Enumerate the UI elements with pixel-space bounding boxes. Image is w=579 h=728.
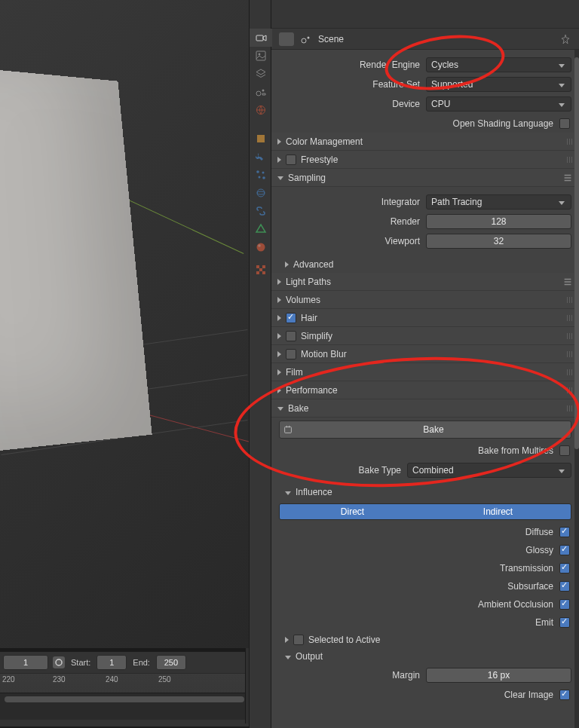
viewport-samples-field[interactable]: 32 [426, 234, 571, 249]
panel-performance[interactable]: Performance [271, 381, 579, 399]
svg-rect-19 [262, 265, 265, 268]
keyframe-icon[interactable] [53, 656, 65, 668]
mesh-data-tab[interactable] [250, 220, 272, 238]
timeline-ruler[interactable]: 220 230 240 250 [0, 673, 249, 693]
ao-checkbox[interactable] [559, 599, 570, 610]
subpanel-output[interactable]: Output [271, 648, 579, 665]
influence-direct-indirect[interactable]: Direct Indirect [279, 503, 571, 520]
world-tab[interactable] [250, 101, 272, 119]
timeline-tick: 240 [106, 675, 118, 684]
scene-tab[interactable] [250, 83, 272, 101]
end-frame-field[interactable]: 250 [156, 655, 186, 670]
motion-blur-checkbox[interactable] [286, 349, 296, 359]
pin-icon[interactable] [559, 33, 571, 45]
panel-hair[interactable]: Hair [271, 309, 579, 327]
vertical-scrollbar[interactable] [574, 50, 579, 728]
list-options-icon[interactable] [562, 277, 573, 287]
panel-freestyle[interactable]: Freestyle [271, 151, 579, 169]
bake-button[interactable]: Bake [279, 421, 571, 439]
subsurface-checkbox[interactable] [559, 581, 570, 592]
margin-field[interactable]: 16 px [426, 668, 571, 683]
integrator-label: Integrator [279, 197, 426, 207]
panel-motion-blur[interactable]: Motion Blur [271, 345, 579, 363]
emit-checkbox[interactable] [559, 617, 570, 628]
viewport-3d[interactable] [0, 0, 249, 648]
bake-button-label: Bake [296, 424, 571, 435]
view-layer-tab[interactable] [250, 65, 272, 83]
bake-multires-label: Bake from Multires [478, 445, 553, 456]
render-samples-field[interactable]: 128 [426, 214, 571, 229]
cube-mesh[interactable] [0, 66, 152, 454]
integrator-select[interactable]: Path Tracing [426, 194, 571, 210]
subpanel-advanced[interactable]: Advanced [271, 256, 579, 273]
ao-label: Ambient Occlusion [478, 599, 553, 610]
subpanel-influence[interactable]: Influence [271, 484, 579, 500]
panel-film[interactable]: Film [271, 363, 579, 381]
panel-sampling[interactable]: Sampling [271, 169, 579, 187]
properties-content: Scene Render Engine Cycles Feature Set S… [271, 0, 579, 728]
feature-set-label: Feature Set [279, 79, 426, 90]
panel-volumes[interactable]: Volumes [271, 291, 579, 309]
glossy-checkbox[interactable] [559, 545, 570, 555]
diffuse-checkbox[interactable] [559, 527, 570, 537]
hair-checkbox[interactable] [286, 313, 296, 323]
svg-point-0 [56, 659, 62, 665]
svg-rect-21 [256, 271, 259, 274]
diffuse-label: Diffuse [525, 527, 553, 537]
bake-multires-checkbox[interactable] [559, 445, 570, 456]
particles-tab[interactable] [250, 166, 272, 184]
list-options-icon[interactable] [562, 173, 573, 183]
svg-rect-8 [257, 135, 265, 142]
svg-point-11 [259, 176, 261, 179]
panel-light-paths[interactable]: Light Paths [271, 273, 579, 291]
timeline-scrollbar[interactable] [5, 696, 244, 702]
transmission-checkbox[interactable] [559, 563, 570, 574]
panel-color-management[interactable]: Color Management [271, 133, 579, 151]
svg-point-5 [256, 91, 261, 96]
bake-type-select[interactable]: Combined [407, 463, 571, 478]
viewport-samples-label: Viewport [279, 236, 426, 246]
subpanel-selected-to-active[interactable]: Selected to Active [271, 632, 579, 648]
properties-body: Render Engine Cycles Feature Set Support… [271, 50, 579, 728]
svg-rect-20 [259, 268, 262, 271]
timeline-track[interactable] [0, 693, 249, 720]
start-label: Start: [69, 658, 92, 667]
influence-indirect[interactable]: Indirect [425, 504, 571, 519]
properties-panel: Scene Render Engine Cycles Feature Set S… [249, 0, 579, 728]
svg-point-23 [302, 38, 306, 43]
header-strip [271, 0, 579, 29]
object-tab[interactable] [250, 130, 272, 148]
timeline-tick: 220 [2, 675, 15, 684]
render-tab[interactable] [250, 29, 272, 47]
physics-tab[interactable] [250, 184, 272, 202]
device-select[interactable]: CPU [426, 96, 571, 112]
data-path-dropdown[interactable] [279, 32, 294, 46]
clear-image-checkbox[interactable] [559, 690, 570, 700]
osl-checkbox[interactable] [559, 118, 570, 129]
texture-tab[interactable] [250, 261, 272, 279]
panel-bake[interactable]: Bake [271, 399, 579, 418]
svg-point-13 [257, 189, 265, 197]
svg-marker-2 [263, 35, 266, 41]
output-tab[interactable] [250, 47, 272, 65]
influence-direct[interactable]: Direct [280, 504, 425, 519]
svg-point-24 [308, 36, 310, 38]
simplify-checkbox[interactable] [286, 331, 296, 341]
timeline[interactable]: 1 Start: 1 End: 250 220 230 240 250 [0, 651, 249, 726]
modifier-tab[interactable] [250, 148, 272, 166]
panel-simplify[interactable]: Simplify [271, 327, 579, 345]
selected-to-active-checkbox[interactable] [293, 635, 304, 645]
render-engine-select[interactable]: Cycles [426, 57, 571, 72]
current-frame-field[interactable]: 1 [3, 655, 48, 670]
clear-image-label: Clear Image [504, 690, 553, 700]
svg-rect-18 [256, 265, 259, 268]
svg-point-16 [257, 243, 265, 252]
material-tab[interactable] [250, 238, 272, 256]
svg-rect-25 [285, 427, 292, 433]
freestyle-checkbox[interactable] [286, 154, 296, 165]
subsurface-label: Subsurface [507, 581, 553, 592]
feature-set-select[interactable]: Supported [426, 77, 571, 92]
constraints-tab[interactable] [250, 202, 272, 220]
start-frame-field[interactable]: 1 [96, 655, 127, 670]
scrollbar-thumb[interactable] [574, 57, 579, 449]
